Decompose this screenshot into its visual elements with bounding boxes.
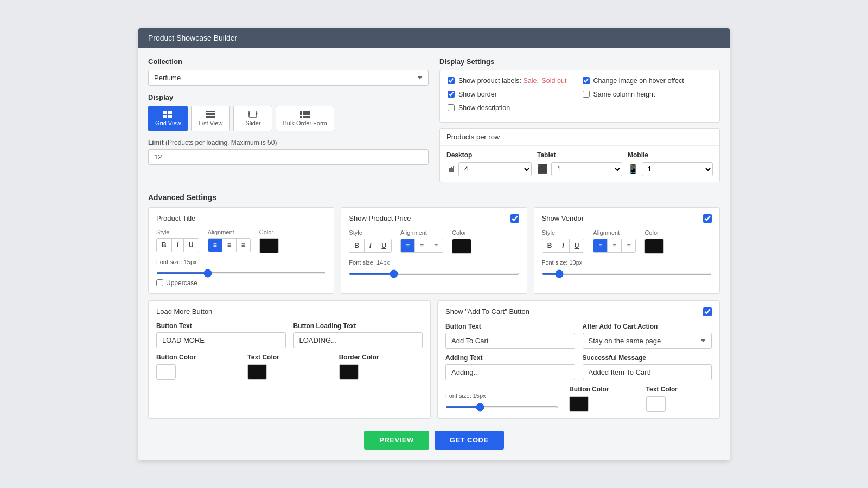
sp-color-swatch[interactable]: [452, 239, 471, 254]
after-action-group: After Add To Cart Action Stay on the sam…: [583, 323, 712, 349]
display-btn-grid[interactable]: Grid View: [148, 106, 188, 131]
sp-bold-btn[interactable]: B: [349, 239, 365, 252]
show-vendor-style-row: Style B I U Alignment ≡ ≡: [542, 229, 712, 254]
sp-font-size-slider[interactable]: [349, 273, 519, 275]
ppr-mobile-label: Mobile: [628, 151, 713, 159]
atc-button-text-label: Button Text: [445, 323, 575, 330]
bulk-label: Bulk Order Form: [283, 120, 327, 126]
product-title-card: Product Title Style B I U Alignme: [148, 207, 334, 294]
display-section: Display Grid View: [148, 93, 429, 131]
atc-bottom-row: Font size: 15px Button Color Text Color: [445, 386, 712, 412]
sv-underline-btn[interactable]: U: [570, 239, 584, 252]
show-vendor-checkbox[interactable]: [703, 214, 712, 223]
svg-rect-14: [300, 116, 302, 118]
sp-font-size-row: Font size: 14px: [349, 259, 519, 266]
after-action-select[interactable]: Stay on the same page Go to cart Go to c…: [583, 333, 712, 349]
ppr-desktop-select[interactable]: 412356: [458, 162, 532, 176]
right-panel: Display Settings Show product labels: Sa…: [439, 57, 720, 182]
slider-label: Slider: [245, 120, 260, 126]
show-price-checkbox[interactable]: [510, 214, 519, 223]
button-color-swatch[interactable]: [156, 364, 176, 380]
button-text-input[interactable]: [156, 332, 286, 348]
products-per-row: Products per row Desktop 🖥 412356: [439, 128, 720, 182]
change-image-checkbox[interactable]: [583, 77, 590, 84]
collection-select[interactable]: Perfume All Sale: [148, 70, 429, 86]
pt-style-group: B I U: [156, 238, 199, 252]
limit-sublabel: (Products per loading. Maximum is 50): [165, 139, 277, 146]
pt-font-size-slider[interactable]: [156, 272, 326, 274]
load-more-fields-row: Button Text Button Loading Text: [156, 322, 423, 348]
sp-align-center-btn[interactable]: ≡: [415, 239, 429, 252]
advanced-label: Advanced Settings: [148, 193, 720, 202]
adding-text-input[interactable]: [445, 364, 575, 380]
atc-button-color-swatch[interactable]: [569, 396, 589, 412]
sv-font-size-slider[interactable]: [542, 273, 712, 275]
pt-align-center-btn[interactable]: ≡: [222, 239, 237, 252]
pt-align-left-btn[interactable]: ≡: [208, 239, 222, 252]
show-labels-text: Show product labels: Sale, Sold out: [458, 77, 566, 85]
show-labels-checkbox[interactable]: [448, 77, 455, 84]
show-border-checkbox[interactable]: [448, 91, 455, 98]
collection-label: Collection: [148, 57, 429, 66]
atc-font-size-slider[interactable]: [445, 406, 558, 408]
load-more-card: Load More Button Button Text Button Load…: [148, 300, 431, 419]
pt-color-swatch[interactable]: [259, 238, 279, 253]
successful-msg-label: Successful Message: [583, 354, 712, 362]
svg-rect-7: [249, 111, 257, 117]
ppr-desktop-wrap: 🖥 412356: [446, 162, 532, 176]
button-color-label: Button Color: [156, 354, 240, 361]
button-loading-input[interactable]: [293, 332, 423, 348]
pt-color-label: Color: [259, 229, 279, 235]
ppr-tablet-select[interactable]: 1234: [551, 162, 622, 176]
get-code-button[interactable]: GET CODE: [435, 431, 504, 450]
product-title-title: Product Title: [156, 214, 195, 222]
button-text-group: Button Text: [156, 322, 286, 348]
limit-input[interactable]: [148, 149, 429, 165]
pt-uppercase-checkbox[interactable]: [156, 279, 163, 286]
pt-color-col: Color: [259, 229, 279, 253]
display-btn-list[interactable]: List View: [191, 106, 230, 131]
display-btn-bulk[interactable]: Bulk Order Form: [276, 106, 334, 131]
desktop-icon: 🖥: [446, 164, 455, 174]
atc-top-row: Button Text After Add To Cart Action Sta…: [445, 323, 712, 349]
atc-text-color-swatch[interactable]: [646, 396, 666, 412]
button-loading-label: Button Loading Text: [293, 322, 423, 330]
svg-rect-4: [206, 111, 215, 112]
pt-style-label: Style: [156, 229, 199, 235]
sp-align-left-btn[interactable]: ≡: [401, 239, 415, 252]
preview-button[interactable]: PREVIEW: [364, 431, 429, 450]
show-desc-text: Show description: [458, 104, 510, 112]
sv-italic-btn[interactable]: I: [557, 239, 569, 252]
pt-italic-btn[interactable]: I: [172, 239, 184, 252]
same-column-checkbox[interactable]: [583, 91, 590, 98]
product-title-style-row: Style B I U Alignment ≡ ≡: [156, 229, 326, 253]
sp-underline-btn[interactable]: U: [376, 239, 391, 252]
ppr-mobile-select[interactable]: 12: [642, 162, 713, 176]
atc-button-text-input[interactable]: [445, 333, 575, 349]
atc-text-color-label: Text Color: [646, 386, 712, 393]
sv-align-center-btn[interactable]: ≡: [608, 239, 622, 252]
border-color-swatch[interactable]: [339, 364, 359, 380]
sv-align-col: Alignment ≡ ≡ ≡: [593, 229, 636, 253]
show-vendor-header: Show Vendor: [542, 214, 712, 223]
grid-view-label: Grid View: [155, 120, 181, 126]
show-vendor-title: Show Vendor: [542, 214, 584, 222]
sv-align-left-btn[interactable]: ≡: [593, 239, 608, 252]
border-color-label: Border Color: [339, 354, 423, 361]
sv-font-size-row: Font size: 10px: [542, 259, 712, 266]
display-btn-slider[interactable]: Slider: [233, 106, 272, 131]
text-color-swatch[interactable]: [247, 364, 267, 380]
sp-align-right-btn[interactable]: ≡: [429, 239, 443, 252]
pt-underline-btn[interactable]: U: [184, 239, 199, 252]
show-desc-checkbox[interactable]: [448, 104, 455, 111]
sv-align-right-btn[interactable]: ≡: [622, 239, 635, 252]
successful-msg-input[interactable]: [583, 364, 712, 380]
pt-bold-btn[interactable]: B: [157, 239, 172, 252]
mobile-icon: 📱: [628, 164, 639, 174]
sv-bold-btn[interactable]: B: [542, 239, 558, 252]
add-to-cart-checkbox[interactable]: [703, 307, 712, 316]
sv-style-label: Style: [542, 229, 585, 236]
sv-color-swatch[interactable]: [644, 239, 664, 254]
pt-align-right-btn[interactable]: ≡: [237, 239, 250, 252]
sp-italic-btn[interactable]: I: [365, 239, 376, 252]
